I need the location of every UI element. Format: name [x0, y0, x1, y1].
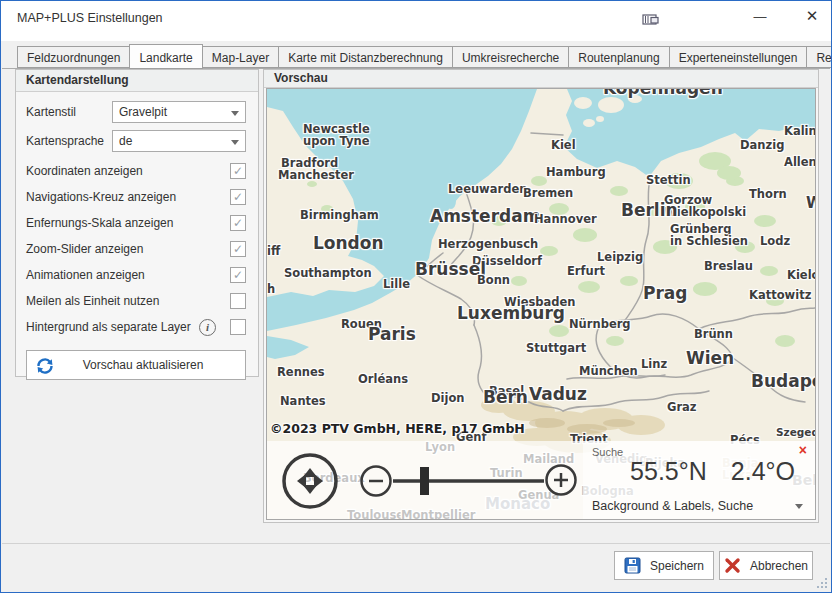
cancel-button-label: Abbrechen — [750, 559, 808, 573]
map-city-label: iff — [267, 245, 280, 257]
cancel-icon — [724, 557, 741, 574]
map-language-label: Kartensprache — [26, 134, 112, 148]
map-city-label: Bremen — [523, 187, 573, 199]
map-city-label: Southampton — [284, 267, 372, 279]
checkbox-row: Hintergrund als separate Layer i — [26, 314, 246, 340]
refresh-icon — [35, 356, 55, 376]
minimize-button[interactable]: — — [749, 9, 771, 24]
refresh-preview-button[interactable]: Vorschau aktualisieren — [26, 350, 246, 380]
save-button-label: Speichern — [650, 559, 704, 573]
map-city-label: Paris — [368, 326, 416, 344]
map-city-label: Nantes — [280, 395, 326, 407]
map-style-label: Kartenstil — [26, 105, 112, 119]
check-icon: ✓ — [233, 191, 243, 203]
nav-cross-checkbox[interactable]: ✓ — [230, 189, 246, 205]
map-city-label: Hannover — [534, 213, 597, 225]
map-city-label: Grünberg in Schlesien — [670, 223, 748, 247]
map-city-label: Kiel — [551, 139, 576, 151]
distance-scale-checkbox[interactable]: ✓ — [230, 215, 246, 231]
map-style-row: Kartenstil Gravelpit — [26, 100, 246, 124]
map-language-select[interactable]: de — [112, 130, 246, 152]
map-language-value: de — [119, 134, 132, 148]
tab-rechte[interactable]: Rechte — [806, 46, 832, 68]
zoom-out-button[interactable] — [362, 467, 391, 496]
search-close-icon[interactable]: × — [799, 442, 807, 458]
map-city-label: Kaliningrad — [784, 125, 816, 137]
map-city-label: Allenstein — [784, 156, 816, 168]
checkbox-row: Navigations-Kreuz anzeigen ✓ — [26, 184, 246, 210]
tab-routenplanung[interactable]: Routenplanung — [568, 46, 668, 68]
checkbox-row: Enfernungs-Skala anzeigen ✓ — [26, 210, 246, 236]
map-city-label: Newcastle upon Tyne — [303, 123, 370, 147]
map-nav-zoom-controls — [267, 441, 583, 519]
map-city-label: Nürnberg — [569, 318, 631, 330]
zoom-in-button[interactable] — [547, 466, 576, 495]
coordinates-checkbox[interactable]: ✓ — [230, 163, 246, 179]
map-language-row: Kartensprache de — [26, 129, 246, 153]
check-icon: ✓ — [233, 217, 243, 229]
map-display-groupbox: Kartendarstellung Kartenstil Gravelpit K… — [15, 69, 259, 377]
map-preview[interactable]: KopenhagenNewcastle upon TyneKielKalinin… — [266, 88, 816, 520]
close-button[interactable]: ✕ — [800, 7, 824, 25]
chevron-down-icon — [231, 140, 239, 145]
cancel-button[interactable]: Abbrechen — [719, 551, 813, 580]
resize-grip[interactable] — [817, 578, 827, 588]
tab-experteneinstellungen[interactable]: Experteneinstellungen — [669, 46, 807, 68]
background-layer-checkbox[interactable] — [230, 319, 246, 335]
preview-title: Vorschau — [264, 70, 818, 88]
map-city-label: Brüssel — [415, 261, 486, 279]
tab-umkreisrecherche[interactable]: Umkreisrecherche — [452, 46, 568, 68]
info-icon[interactable]: i — [199, 319, 216, 336]
miles-unit-checkbox[interactable] — [230, 293, 246, 309]
map-city-label: Manchester — [278, 169, 354, 181]
zoom-slider-handle[interactable] — [420, 467, 429, 495]
pan-control[interactable] — [284, 455, 336, 507]
map-city-label: Orléans — [358, 373, 408, 385]
settings-window: MAP+PLUS Einstellungen — ✕ Feldzuordnung… — [0, 0, 832, 593]
zoom-slider-checkbox[interactable]: ✓ — [230, 241, 246, 257]
layer-selector-value: Background & Labels, Suche — [592, 499, 753, 513]
map-control-overlay: Suche × 55.5°N 2.4°O Background & Labels… — [267, 441, 815, 519]
map-city-label: Bonn — [477, 274, 510, 286]
animations-checkbox[interactable]: ✓ — [230, 267, 246, 283]
map-city-label: Wien — [686, 350, 734, 368]
checkbox-label: Navigations-Kreuz anzeigen — [26, 190, 230, 204]
map-city-label: Budapest — [751, 373, 816, 391]
check-icon: ✓ — [233, 243, 243, 255]
preview-groupbox: Vorschau — [263, 69, 819, 523]
tab-feldzuordnungen[interactable]: Feldzuordnungen — [17, 46, 129, 68]
search-panel: Suche × 55.5°N 2.4°O Background & Labels… — [583, 441, 815, 519]
chevron-down-icon — [795, 504, 803, 509]
window-title: MAP+PLUS Einstellungen — [17, 11, 163, 25]
map-city-label: Stettin — [646, 174, 691, 186]
map-city-label: Prag — [643, 285, 687, 303]
checkbox-label: Koordinaten anzeigen — [26, 164, 230, 178]
map-city-label: Berlin — [621, 202, 678, 220]
dock-panel-icon[interactable] — [639, 11, 665, 29]
map-city-label: Leeuwarden — [448, 183, 527, 195]
titlebar: MAP+PLUS Einstellungen — ✕ — [1, 1, 831, 41]
map-city-label: Rennes — [277, 366, 325, 378]
check-icon: ✓ — [233, 269, 243, 281]
save-button[interactable]: Speichern — [614, 551, 714, 580]
map-city-label: Szeged — [776, 427, 816, 438]
checkbox-label: Animationen anzeigen — [26, 268, 230, 282]
layer-selector[interactable]: Background & Labels, Suche — [592, 499, 803, 513]
checkbox-label: Hintergrund als separate Layer — [26, 320, 199, 334]
tab-karte-mit-distanzberechnung[interactable]: Karte mit Distanzberechnung — [278, 46, 452, 68]
map-city-label: Bern — [483, 389, 528, 407]
map-style-select[interactable]: Gravelpit — [112, 101, 246, 123]
map-city-label: London — [313, 235, 384, 253]
map-city-label: Birmingham — [300, 209, 379, 221]
map-city-label: Lodz — [760, 235, 790, 247]
tabstrip: Feldzuordnungen Landkarte Map-Layer Kart… — [17, 46, 832, 69]
tab-landkarte[interactable]: Landkarte — [129, 44, 202, 69]
map-style-value: Gravelpit — [119, 105, 167, 119]
checkbox-label: Meilen als Einheit nutzen — [26, 294, 230, 308]
map-city-label: Dijon — [431, 392, 465, 404]
page-bottom-separator — [2, 543, 830, 544]
map-city-label: Graz — [667, 401, 697, 413]
tab-map-layer[interactable]: Map-Layer — [203, 46, 278, 68]
longitude-value: 2.4°O — [731, 457, 795, 486]
map-city-label: Hamburg — [546, 166, 606, 178]
